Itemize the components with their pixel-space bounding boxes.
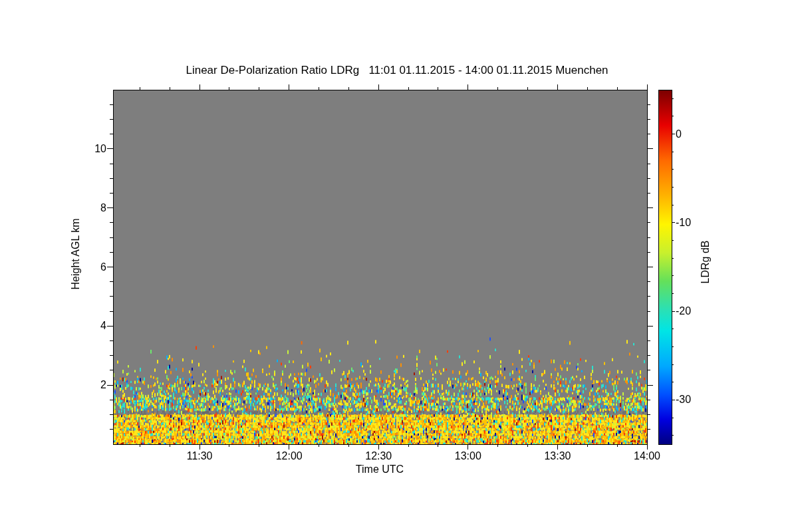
- x-tick-label: 13:30: [544, 450, 571, 462]
- x-tick-label: 11:30: [187, 450, 213, 462]
- x-tick-label: 12:00: [276, 450, 303, 462]
- y-tick-label: 10: [73, 143, 106, 155]
- colorbar-tick-label: 0: [676, 128, 682, 140]
- page-title: Linear De-Polarization Ratio LDRg 11:01 …: [186, 64, 608, 77]
- x-tick-label: 12:30: [365, 450, 392, 462]
- x-axis-title: Time UTC: [356, 464, 404, 475]
- ldr-time-height-plot: Linear De-Polarization Ratio LDRg 11:01 …: [0, 0, 798, 532]
- colorbar: [658, 90, 672, 444]
- y-tick-label: 8: [73, 202, 106, 214]
- y-tick-label: 4: [73, 320, 106, 332]
- speckle-heatmap-canvas: [113, 90, 647, 444]
- colorbar-title: LDRg dB: [700, 241, 712, 284]
- x-tick-label: 13:00: [455, 450, 481, 462]
- y-tick-label: 6: [73, 261, 106, 273]
- colorbar-tick-label: -10: [676, 217, 691, 229]
- x-tick-label: 14:00: [634, 450, 660, 462]
- colorbar-tick-label: -30: [676, 394, 691, 406]
- colorbar-tick-label: -20: [676, 305, 691, 317]
- y-axis-title: Height AGL km: [70, 218, 82, 289]
- y-tick-label: 2: [73, 379, 106, 391]
